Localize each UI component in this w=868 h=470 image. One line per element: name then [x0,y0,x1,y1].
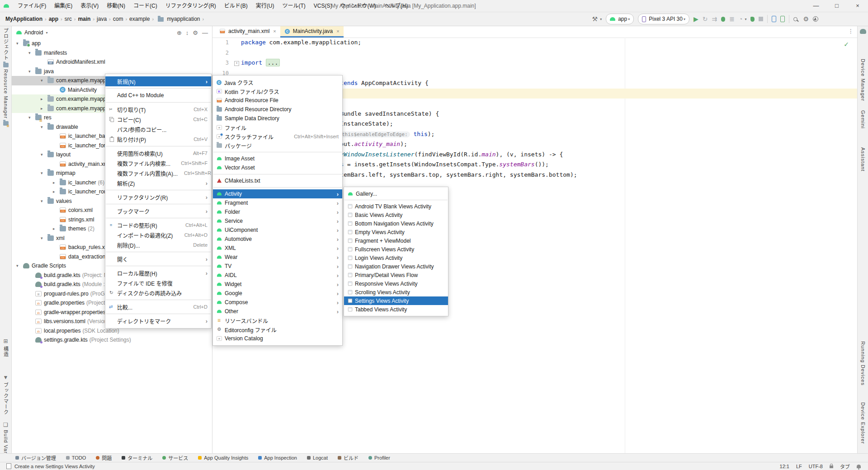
menu-bar-item[interactable]: コード(C) [129,3,161,9]
context-menu-item[interactable]: コピー(C) Ctrl+C [105,114,211,124]
sidebar-item-structure[interactable]: ⊞ 構造 [0,338,11,357]
settings-gear-icon[interactable]: ⚙ [803,16,809,22]
new-submenu-item[interactable]: Other › [213,307,342,316]
maximize-button[interactable]: □ [826,0,847,12]
tab-close-icon[interactable]: × [273,28,276,34]
tree-chevron-icon[interactable] [28,115,35,120]
activity-submenu-item[interactable]: Primary/Detail Views Flow [344,271,448,279]
sidebar-item-assistant[interactable]: Assistant [858,147,868,172]
new-submenu-item[interactable]: パッケージ [213,141,342,150]
tree-chevron-icon[interactable] [28,69,35,74]
activity-submenu-item[interactable]: Gallery... [344,189,448,198]
attach-debugger-icon[interactable]: ≣ [729,16,735,22]
tree-chevron-icon[interactable] [41,106,47,111]
account-icon[interactable] [813,16,818,22]
sidebar-item-resource-manager[interactable]: Resource Manager [0,69,11,126]
activity-submenu-item[interactable]: Settings Views Activity [344,296,448,305]
breadcrumb-item[interactable]: java [97,16,107,22]
breadcrumb-item[interactable]: myapplication [167,16,200,22]
line-separator-widget[interactable]: LF [796,464,802,469]
tree-chevron-icon[interactable] [16,41,23,46]
project-view-selector[interactable]: Android [24,29,43,36]
tree-chevron-icon[interactable] [41,236,47,240]
new-submenu-item[interactable]: Service › [213,216,342,226]
context-menu-item[interactable]: Add C++ to Module [105,90,211,100]
menu-bar-item[interactable]: 移動(N) [103,3,129,9]
breadcrumb-item[interactable]: src [65,16,72,22]
new-submenu-item[interactable]: Sample Data Directory [213,114,342,123]
breadcrumb-item[interactable]: main [78,16,90,22]
bottom-tool-window-button[interactable]: TODO [66,455,86,461]
new-submenu-item[interactable]: Android Resource File [213,96,342,105]
menu-bar-item[interactable]: ファイル(F) [14,3,50,9]
editor-tab[interactable]: MainActivity.java × [280,26,344,38]
new-submenu-item[interactable]: Version Catalog [213,334,342,343]
tree-chevron-icon[interactable] [16,263,23,268]
locate-file-icon[interactable]: ⊕ [177,29,182,36]
bottom-tool-window-button[interactable]: Logcat [307,455,328,461]
new-submenu-item[interactable]: Compose › [213,298,342,307]
tree-chevron-icon[interactable] [41,78,47,83]
tab-close-icon[interactable]: × [336,28,339,34]
activity-submenu-item[interactable]: Tabbed Views Activity [344,305,448,314]
profiler-icon[interactable]: ◔ [739,16,742,22]
new-submenu-item[interactable]: スクラッチファイル Ctrl+Alt+Shift+Insert [213,132,342,141]
sidebar-item-running-devices[interactable]: Running Devices [858,341,868,385]
hide-panel-icon[interactable]: — [202,29,208,36]
new-submenu-item[interactable]: リソースバンドル [213,316,342,325]
new-submenu-item[interactable]: TV › [213,262,342,271]
sidebar-item-project[interactable]: プロジェクト [0,28,11,68]
tree-chevron-icon[interactable] [28,51,35,55]
code-line[interactable]: 1package com.example.myapplication; [212,38,857,48]
new-submenu-item[interactable]: Widget › [213,280,342,289]
tab-options-icon[interactable]: ⋮ [848,28,854,34]
tree-item[interactable]: settings.gradle.kts (Project Settings) [12,335,212,345]
rerun-icon[interactable]: ↻ [703,16,708,22]
context-menu-item[interactable]: 比較... Ctrl+D [105,302,211,312]
menu-bar-item[interactable]: 編集(E) [50,3,76,9]
activity-submenu-item[interactable]: Scrolling Views Activity [344,288,448,296]
menu-bar-item[interactable]: ツール(T) [278,3,310,9]
activity-submenu-item[interactable]: Navigation Drawer Views Activity [344,262,448,271]
settings-gear-icon[interactable]: ⚙ [193,29,198,36]
new-submenu-item[interactable]: Android Resource Directory [213,105,342,114]
bottom-tool-window-button[interactable]: Profiler [368,455,390,461]
context-menu-item[interactable]: インポートの最適化(Z) Ctrl+Alt+O [105,230,211,240]
bottom-tool-window-button[interactable]: サービス [162,454,188,461]
indent-widget[interactable]: タブ [840,463,850,470]
bottom-tool-window-button[interactable]: App Quality Insights [198,455,248,461]
device-mirroring-icon[interactable] [772,16,776,22]
sidebar-item-gemini[interactable]: Gemini [858,110,868,129]
apply-changes-icon[interactable]: ⇉ [712,16,717,22]
new-submenu-item[interactable]: Editorconfig ファイル [213,325,342,334]
notifications-bell-icon[interactable] [857,465,861,468]
sidebar-item-device-explorer[interactable]: Device Explorer [858,402,868,444]
menu-bar-item[interactable]: ビルド(B) [220,3,252,9]
editor-tab[interactable]: activity_main.xml × [215,26,280,38]
tree-chevron-icon[interactable] [41,199,47,203]
activity-submenu-item[interactable]: Fullscreen Views Activity [344,245,448,254]
sidebar-item-gradle[interactable] [858,29,868,34]
chevron-down-icon[interactable]: ▾ [600,17,602,21]
run-config-selector[interactable]: app ▾ [606,14,634,24]
context-menu-item[interactable]: コードの整形(R) Ctrl+Alt+L [105,220,211,230]
tree-chevron-icon[interactable] [41,125,47,129]
encoding-widget[interactable]: UTF-8 [809,464,823,469]
debug-button[interactable] [721,17,725,22]
context-menu-item[interactable]: ディレクトリをマーク › [105,316,211,326]
breadcrumb-item[interactable]: example [129,16,150,22]
chevron-down-icon[interactable]: ▾ [745,17,746,21]
tree-chevron-icon[interactable] [41,171,47,175]
context-menu-item[interactable]: 開く › [105,254,211,264]
new-submenu-item[interactable]: Kotlin ファイル/クラス [213,87,342,96]
bottom-tool-window-button[interactable]: 問題 [96,454,112,461]
tree-chevron-icon[interactable] [41,152,47,157]
bottom-tool-window-button[interactable]: App Inspection [258,455,297,461]
tree-item[interactable]: manifests [12,48,212,58]
context-menu-item[interactable]: パス/参照のコピー... [105,124,211,134]
close-button[interactable]: × [847,0,868,12]
run-button[interactable]: ▶ [693,16,698,22]
context-menu-item[interactable]: ファイルで IDE を修復 [105,278,211,288]
tree-chevron-icon[interactable] [53,189,60,194]
new-submenu-item[interactable]: Image Asset [213,154,342,163]
